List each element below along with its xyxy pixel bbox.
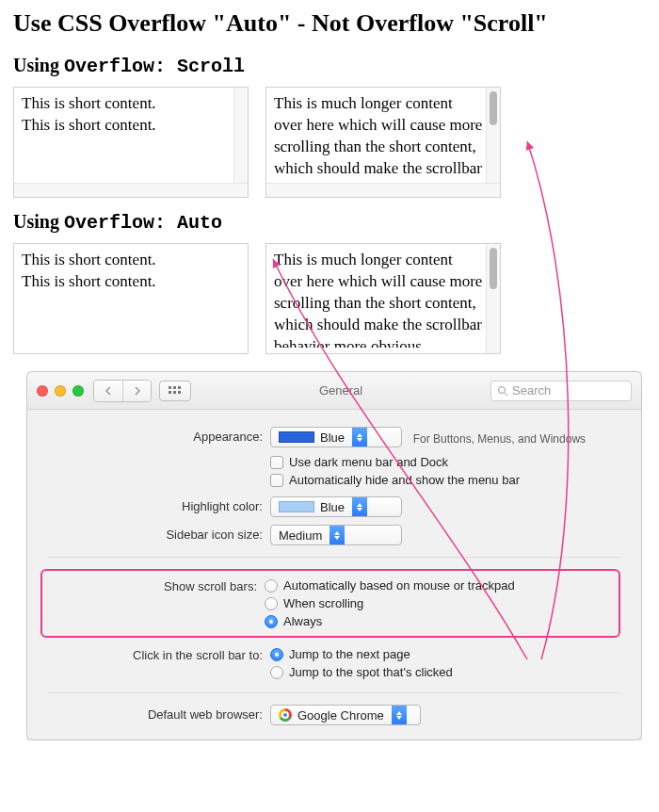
nav-back-forward: [93, 380, 152, 402]
stepper-icon: [352, 428, 367, 447]
section-auto-heading: Using Overflow: Auto: [13, 211, 646, 234]
svg-point-6: [499, 386, 506, 393]
click-spot-radio[interactable]: [270, 666, 283, 679]
demo-text: This is much longer content over here wh…: [274, 250, 483, 348]
dark-menu-label: Use dark menu bar and Dock: [289, 455, 448, 469]
demo-auto-short[interactable]: This is short content. This is short con…: [13, 243, 249, 354]
page-title: Use CSS Overflow "Auto" - Not Overflow "…: [13, 9, 646, 38]
demo-scroll-short[interactable]: This is short content. This is short con…: [13, 87, 249, 198]
highlight-label: Highlight color:: [48, 496, 270, 513]
prefs-window: General Search Appearance: Blue For Butt…: [26, 371, 642, 740]
zoom-icon[interactable]: [72, 385, 84, 397]
back-button[interactable]: [94, 381, 122, 401]
forward-button[interactable]: [122, 381, 151, 401]
stepper-icon: [392, 706, 407, 724]
default-browser-label: Default web browser:: [48, 705, 270, 722]
svg-rect-3: [169, 391, 171, 394]
blue-swatch-icon: [279, 431, 314, 443]
scrollbars-highlight: Show scroll bars: Automatically based on…: [40, 569, 620, 638]
scrollbars-whenscrolling-label: When scrolling: [283, 596, 363, 610]
click-nextpage-radio[interactable]: [270, 648, 283, 661]
chrome-icon: [279, 708, 292, 722]
svg-rect-1: [173, 386, 176, 389]
close-icon[interactable]: [37, 385, 48, 397]
window-title: General: [191, 383, 490, 398]
default-browser-select[interactable]: Google Chrome: [270, 705, 421, 725]
demo-text: This is much longer content over here wh…: [274, 93, 483, 178]
click-nextpage-label: Jump to the next page: [289, 647, 410, 661]
divider: [48, 692, 620, 693]
search-placeholder: Search: [512, 383, 551, 398]
lightblue-swatch-icon: [279, 501, 314, 512]
appearance-select[interactable]: Blue: [270, 427, 402, 447]
autohide-menu-checkbox[interactable]: [270, 474, 283, 487]
scrollbars-whenscrolling-radio[interactable]: [265, 597, 278, 610]
demo-text: This is short content. This is short con…: [22, 250, 240, 293]
svg-rect-2: [178, 386, 181, 389]
search-input[interactable]: Search: [490, 381, 632, 401]
scrollbars-label: Show scroll bars:: [50, 577, 265, 593]
stepper-icon: [352, 497, 367, 516]
scrollbar-thumb[interactable]: [490, 91, 497, 125]
autohide-menu-label: Automatically hide and show the menu bar: [289, 473, 520, 487]
demo-scroll-long[interactable]: This is much longer content over here wh…: [265, 87, 501, 198]
minimize-icon[interactable]: [55, 385, 66, 397]
stepper-icon: [330, 526, 345, 544]
click-spot-label: Jump to the spot that's clicked: [289, 665, 453, 679]
titlebar: General Search: [27, 372, 641, 410]
demo-text: This is short content. This is short con…: [22, 93, 231, 178]
divider: [48, 557, 620, 558]
section-scroll-heading: Using Overflow: Scroll: [13, 55, 646, 77]
show-all-button[interactable]: [159, 381, 191, 401]
scrollbars-always-radio[interactable]: [265, 615, 278, 628]
appearance-hint: For Buttons, Menus, and Windows: [413, 432, 586, 446]
sidebar-size-label: Sidebar icon size:: [48, 525, 270, 542]
sidebar-size-select[interactable]: Medium: [270, 525, 402, 545]
highlight-select[interactable]: Blue: [270, 496, 402, 517]
svg-rect-0: [169, 386, 171, 389]
scrollbars-auto-radio[interactable]: [265, 579, 278, 593]
scrollbars-auto-label: Automatically based on mouse or trackpad: [283, 578, 515, 593]
svg-rect-4: [173, 391, 176, 394]
scrollbar-thumb[interactable]: [490, 248, 497, 289]
appearance-label: Appearance:: [48, 427, 270, 444]
svg-rect-5: [178, 391, 181, 394]
svg-line-7: [505, 393, 507, 396]
demo-auto-long[interactable]: This is much longer content over here wh…: [265, 243, 501, 354]
click-scrollbar-label: Click in the scroll bar to:: [48, 645, 270, 662]
dark-menu-checkbox[interactable]: [270, 456, 283, 469]
scrollbars-always-label: Always: [283, 614, 322, 628]
